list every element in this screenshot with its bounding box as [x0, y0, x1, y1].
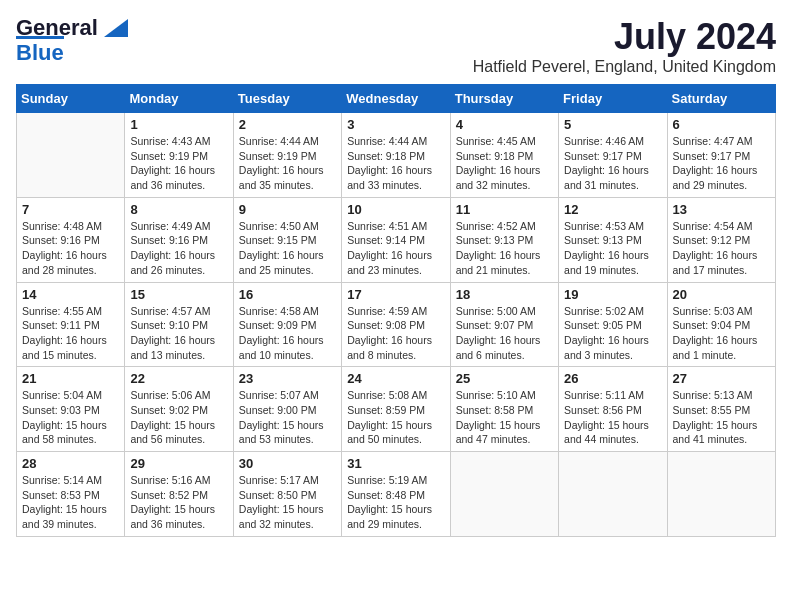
- table-row: 1Sunrise: 4:43 AMSunset: 9:19 PMDaylight…: [125, 113, 233, 198]
- day-info: Sunrise: 5:06 AMSunset: 9:02 PMDaylight:…: [130, 388, 227, 447]
- day-number: 24: [347, 371, 444, 386]
- day-info: Sunrise: 5:19 AMSunset: 8:48 PMDaylight:…: [347, 473, 444, 532]
- day-info: Sunrise: 5:08 AMSunset: 8:59 PMDaylight:…: [347, 388, 444, 447]
- table-row: 20Sunrise: 5:03 AMSunset: 9:04 PMDayligh…: [667, 282, 775, 367]
- col-saturday: Saturday: [667, 85, 775, 113]
- day-number: 4: [456, 117, 553, 132]
- table-row: 9Sunrise: 4:50 AMSunset: 9:15 PMDaylight…: [233, 197, 341, 282]
- month-year: July 2024: [473, 16, 776, 58]
- table-row: 4Sunrise: 4:45 AMSunset: 9:18 PMDaylight…: [450, 113, 558, 198]
- table-row: 6Sunrise: 4:47 AMSunset: 9:17 PMDaylight…: [667, 113, 775, 198]
- logo-blue: Blue: [16, 36, 64, 65]
- table-row: 19Sunrise: 5:02 AMSunset: 9:05 PMDayligh…: [559, 282, 667, 367]
- day-number: 5: [564, 117, 661, 132]
- day-number: 14: [22, 287, 119, 302]
- table-row: 12Sunrise: 4:53 AMSunset: 9:13 PMDayligh…: [559, 197, 667, 282]
- day-info: Sunrise: 5:04 AMSunset: 9:03 PMDaylight:…: [22, 388, 119, 447]
- day-number: 6: [673, 117, 770, 132]
- title-block: July 2024 Hatfield Peverel, England, Uni…: [473, 16, 776, 76]
- day-info: Sunrise: 4:53 AMSunset: 9:13 PMDaylight:…: [564, 219, 661, 278]
- day-info: Sunrise: 5:14 AMSunset: 8:53 PMDaylight:…: [22, 473, 119, 532]
- day-info: Sunrise: 4:48 AMSunset: 9:16 PMDaylight:…: [22, 219, 119, 278]
- table-row: 13Sunrise: 4:54 AMSunset: 9:12 PMDayligh…: [667, 197, 775, 282]
- day-number: 8: [130, 202, 227, 217]
- day-info: Sunrise: 4:49 AMSunset: 9:16 PMDaylight:…: [130, 219, 227, 278]
- day-info: Sunrise: 4:50 AMSunset: 9:15 PMDaylight:…: [239, 219, 336, 278]
- day-number: 23: [239, 371, 336, 386]
- day-info: Sunrise: 4:55 AMSunset: 9:11 PMDaylight:…: [22, 304, 119, 363]
- day-number: 7: [22, 202, 119, 217]
- day-number: 22: [130, 371, 227, 386]
- day-number: 15: [130, 287, 227, 302]
- table-row: 8Sunrise: 4:49 AMSunset: 9:16 PMDaylight…: [125, 197, 233, 282]
- table-row: [667, 452, 775, 537]
- week-row-3: 14Sunrise: 4:55 AMSunset: 9:11 PMDayligh…: [17, 282, 776, 367]
- day-number: 30: [239, 456, 336, 471]
- table-row: 22Sunrise: 5:06 AMSunset: 9:02 PMDayligh…: [125, 367, 233, 452]
- day-number: 18: [456, 287, 553, 302]
- table-row: 5Sunrise: 4:46 AMSunset: 9:17 PMDaylight…: [559, 113, 667, 198]
- day-number: 3: [347, 117, 444, 132]
- day-number: 20: [673, 287, 770, 302]
- location: Hatfield Peverel, England, United Kingdo…: [473, 58, 776, 76]
- table-row: 16Sunrise: 4:58 AMSunset: 9:09 PMDayligh…: [233, 282, 341, 367]
- table-row: 15Sunrise: 4:57 AMSunset: 9:10 PMDayligh…: [125, 282, 233, 367]
- col-friday: Friday: [559, 85, 667, 113]
- week-row-1: 1Sunrise: 4:43 AMSunset: 9:19 PMDaylight…: [17, 113, 776, 198]
- day-number: 2: [239, 117, 336, 132]
- week-row-5: 28Sunrise: 5:14 AMSunset: 8:53 PMDayligh…: [17, 452, 776, 537]
- table-row: 21Sunrise: 5:04 AMSunset: 9:03 PMDayligh…: [17, 367, 125, 452]
- day-info: Sunrise: 5:11 AMSunset: 8:56 PMDaylight:…: [564, 388, 661, 447]
- table-row: 18Sunrise: 5:00 AMSunset: 9:07 PMDayligh…: [450, 282, 558, 367]
- col-tuesday: Tuesday: [233, 85, 341, 113]
- day-number: 31: [347, 456, 444, 471]
- table-row: [17, 113, 125, 198]
- logo: General Blue: [16, 16, 128, 65]
- table-row: 11Sunrise: 4:52 AMSunset: 9:13 PMDayligh…: [450, 197, 558, 282]
- day-number: 26: [564, 371, 661, 386]
- day-info: Sunrise: 4:58 AMSunset: 9:09 PMDaylight:…: [239, 304, 336, 363]
- day-info: Sunrise: 5:10 AMSunset: 8:58 PMDaylight:…: [456, 388, 553, 447]
- col-thursday: Thursday: [450, 85, 558, 113]
- day-info: Sunrise: 4:47 AMSunset: 9:17 PMDaylight:…: [673, 134, 770, 193]
- table-row: 3Sunrise: 4:44 AMSunset: 9:18 PMDaylight…: [342, 113, 450, 198]
- table-row: [450, 452, 558, 537]
- day-number: 12: [564, 202, 661, 217]
- table-row: 29Sunrise: 5:16 AMSunset: 8:52 PMDayligh…: [125, 452, 233, 537]
- week-row-2: 7Sunrise: 4:48 AMSunset: 9:16 PMDaylight…: [17, 197, 776, 282]
- day-number: 9: [239, 202, 336, 217]
- day-number: 16: [239, 287, 336, 302]
- day-info: Sunrise: 4:52 AMSunset: 9:13 PMDaylight:…: [456, 219, 553, 278]
- table-row: 28Sunrise: 5:14 AMSunset: 8:53 PMDayligh…: [17, 452, 125, 537]
- calendar-table: Sunday Monday Tuesday Wednesday Thursday…: [16, 84, 776, 537]
- table-row: [559, 452, 667, 537]
- table-row: 17Sunrise: 4:59 AMSunset: 9:08 PMDayligh…: [342, 282, 450, 367]
- day-info: Sunrise: 5:02 AMSunset: 9:05 PMDaylight:…: [564, 304, 661, 363]
- table-row: 30Sunrise: 5:17 AMSunset: 8:50 PMDayligh…: [233, 452, 341, 537]
- day-info: Sunrise: 5:07 AMSunset: 9:00 PMDaylight:…: [239, 388, 336, 447]
- day-info: Sunrise: 5:03 AMSunset: 9:04 PMDaylight:…: [673, 304, 770, 363]
- day-info: Sunrise: 5:00 AMSunset: 9:07 PMDaylight:…: [456, 304, 553, 363]
- day-number: 29: [130, 456, 227, 471]
- col-monday: Monday: [125, 85, 233, 113]
- day-info: Sunrise: 5:16 AMSunset: 8:52 PMDaylight:…: [130, 473, 227, 532]
- day-info: Sunrise: 4:51 AMSunset: 9:14 PMDaylight:…: [347, 219, 444, 278]
- day-info: Sunrise: 4:59 AMSunset: 9:08 PMDaylight:…: [347, 304, 444, 363]
- logo-arrow-icon: [100, 17, 128, 39]
- day-number: 10: [347, 202, 444, 217]
- table-row: 10Sunrise: 4:51 AMSunset: 9:14 PMDayligh…: [342, 197, 450, 282]
- day-info: Sunrise: 4:43 AMSunset: 9:19 PMDaylight:…: [130, 134, 227, 193]
- day-number: 28: [22, 456, 119, 471]
- day-number: 1: [130, 117, 227, 132]
- day-number: 11: [456, 202, 553, 217]
- table-row: 23Sunrise: 5:07 AMSunset: 9:00 PMDayligh…: [233, 367, 341, 452]
- day-info: Sunrise: 4:45 AMSunset: 9:18 PMDaylight:…: [456, 134, 553, 193]
- table-row: 7Sunrise: 4:48 AMSunset: 9:16 PMDaylight…: [17, 197, 125, 282]
- table-row: 26Sunrise: 5:11 AMSunset: 8:56 PMDayligh…: [559, 367, 667, 452]
- week-row-4: 21Sunrise: 5:04 AMSunset: 9:03 PMDayligh…: [17, 367, 776, 452]
- day-info: Sunrise: 4:44 AMSunset: 9:18 PMDaylight:…: [347, 134, 444, 193]
- table-row: 31Sunrise: 5:19 AMSunset: 8:48 PMDayligh…: [342, 452, 450, 537]
- col-wednesday: Wednesday: [342, 85, 450, 113]
- day-info: Sunrise: 4:57 AMSunset: 9:10 PMDaylight:…: [130, 304, 227, 363]
- day-number: 19: [564, 287, 661, 302]
